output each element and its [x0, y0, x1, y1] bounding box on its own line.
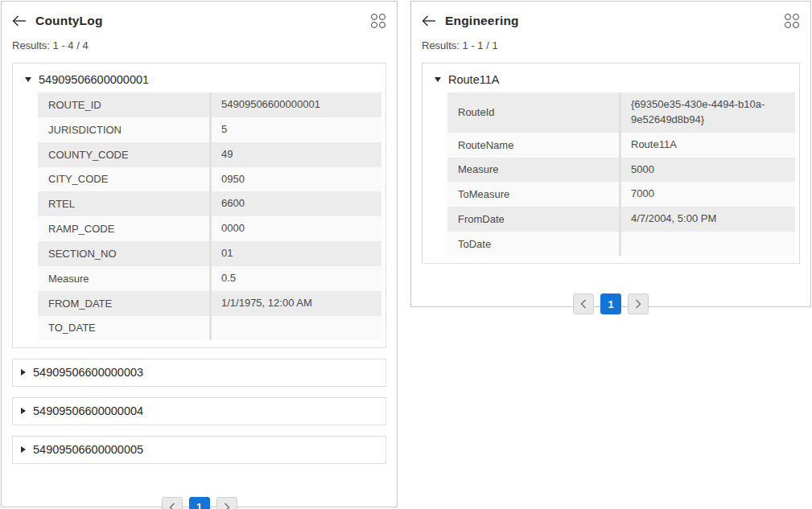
field-value: 5000 [621, 158, 795, 183]
field-value: 01 [212, 241, 381, 266]
field-value: 54909506600000001 [212, 92, 381, 117]
back-arrow-icon [12, 15, 27, 27]
feature-title: 54909506600000005 [33, 443, 143, 456]
field-label: FromDate [447, 207, 621, 232]
table-row: JURISDICTION 5 [38, 117, 381, 142]
results-count: Results: 1 - 4 / 4 [12, 39, 386, 51]
field-value: 5 [212, 117, 381, 142]
app-launcher-grid-icon[interactable] [370, 13, 386, 29]
previous-page-button[interactable] [573, 293, 594, 314]
field-label: Measure [447, 158, 621, 183]
caret-right-icon [21, 369, 26, 376]
field-value: 6600 [212, 191, 381, 216]
table-row: FromDate 4/7/2004, 5:00 PM [447, 207, 795, 232]
attribute-table: ROUTE_ID 54909506600000001 JURISDICTION … [38, 92, 381, 340]
field-value [621, 232, 795, 256]
chevron-right-icon [224, 503, 230, 509]
table-row: TO_DATE [38, 316, 381, 340]
caret-down-icon [25, 77, 31, 82]
field-label: RAMP_CODE [38, 216, 212, 241]
engineering-panel: Engineering Results: 1 - 1 / 1 Route11A … [410, 1, 811, 307]
app-launcher-grid-icon[interactable] [784, 13, 800, 29]
panel-header: Engineering [422, 11, 800, 31]
chevron-left-icon [580, 299, 587, 309]
panel-title: CountyLog [35, 14, 103, 28]
table-row: RAMP_CODE 0000 [38, 216, 381, 241]
table-row: FROM_DATE 1/1/1975, 12:00 AM [38, 291, 381, 316]
field-label: Measure [38, 266, 212, 291]
table-row: RouteName Route11A [447, 133, 795, 158]
field-value: 0000 [212, 216, 381, 241]
feature-title: 54909506600000004 [33, 404, 143, 417]
next-page-button[interactable] [628, 293, 649, 314]
panel-title: Engineering [445, 14, 519, 28]
results-count: Results: 1 - 1 / 1 [422, 39, 800, 51]
caret-down-icon [435, 77, 441, 82]
feature-card-collapsed[interactable]: 54909506600000003 [12, 359, 386, 387]
feature-card-collapsed[interactable]: 54909506600000005 [12, 436, 386, 464]
field-value: Route11A [621, 133, 795, 158]
feature-header[interactable]: 54909506600000001 [18, 68, 381, 90]
panel-header: CountyLog [12, 11, 386, 31]
table-row: RTEL 6600 [38, 191, 381, 216]
field-label: ToMeasure [447, 182, 621, 207]
field-label: RouteName [447, 133, 621, 158]
field-value: {69350e35-430e-4494-b10a-9e52649d8b94} [621, 92, 795, 133]
feature-title: 54909506600000003 [33, 366, 143, 379]
table-row: Measure 0.5 [38, 266, 381, 291]
field-label: FROM_DATE [38, 291, 212, 316]
previous-page-button[interactable] [162, 497, 183, 509]
caret-right-icon [21, 408, 26, 414]
chevron-left-icon [169, 503, 175, 509]
table-row: SECTION_NO 01 [38, 241, 381, 266]
table-row: CITY_CODE 0950 [38, 167, 381, 192]
field-label: RouteId [447, 92, 621, 133]
attribute-table: RouteId {69350e35-430e-4494-b10a-9e52649… [447, 92, 795, 256]
field-value: 1/1/1975, 12:00 AM [212, 291, 381, 316]
table-row: RouteId {69350e35-430e-4494-b10a-9e52649… [447, 92, 795, 133]
caret-right-icon [21, 446, 26, 453]
pagination: 1 [12, 497, 386, 509]
field-label: RTEL [38, 191, 212, 216]
field-value [212, 316, 381, 340]
field-label: CITY_CODE [38, 167, 212, 192]
countylog-panel: CountyLog Results: 1 - 4 / 4 54909506600… [1, 1, 398, 507]
field-value: 0950 [212, 167, 381, 192]
table-row: COUNTY_CODE 49 [38, 142, 381, 167]
field-value: 7000 [621, 182, 795, 207]
back-button[interactable] [422, 12, 439, 30]
field-label: TO_DATE [38, 316, 212, 340]
chevron-right-icon [635, 299, 641, 309]
field-label: ToDate [447, 232, 621, 256]
back-button[interactable] [12, 12, 30, 30]
table-row: ToDate [447, 232, 795, 256]
back-arrow-icon [422, 15, 436, 27]
table-row: ROUTE_ID 54909506600000001 [38, 92, 381, 117]
feature-card-expanded: 54909506600000001 ROUTE_ID 5490950660000… [12, 63, 386, 348]
current-page-button[interactable]: 1 [189, 497, 210, 509]
field-value: 4/7/2004, 5:00 PM [621, 207, 795, 232]
next-page-button[interactable] [216, 497, 237, 509]
field-value: 49 [212, 142, 381, 167]
field-label: JURISDICTION [38, 117, 212, 142]
feature-card-expanded: Route11A RouteId {69350e35-430e-4494-b10… [422, 63, 800, 264]
feature-title: 54909506600000001 [39, 73, 149, 86]
field-label: COUNTY_CODE [38, 142, 212, 167]
feature-title: Route11A [448, 73, 499, 86]
current-page-button[interactable]: 1 [600, 293, 621, 314]
feature-card-collapsed[interactable]: 54909506600000004 [12, 397, 386, 425]
field-label: SECTION_NO [38, 241, 212, 266]
table-row: Measure 5000 [447, 158, 795, 183]
field-value: 0.5 [212, 266, 381, 291]
pagination: 1 [422, 293, 800, 314]
field-label: ROUTE_ID [38, 92, 212, 117]
feature-header[interactable]: Route11A [427, 68, 795, 90]
table-row: ToMeasure 7000 [447, 182, 795, 207]
